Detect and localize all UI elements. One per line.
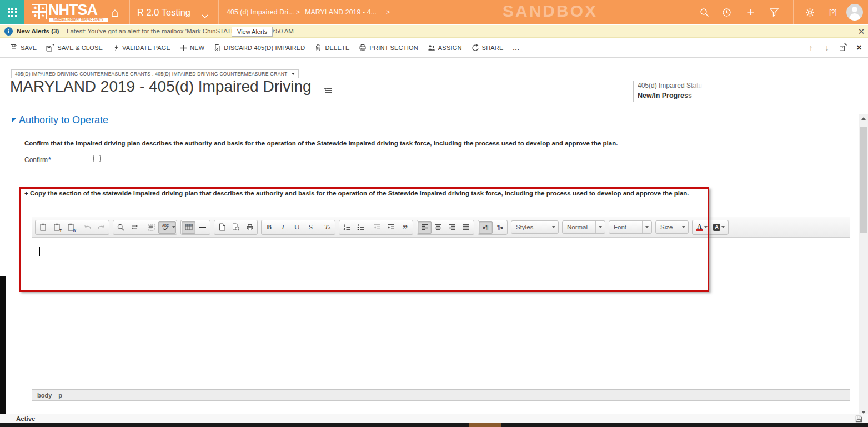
- search-button[interactable]: [695, 0, 713, 24]
- check-icon: [163, 227, 168, 230]
- styles-dropdown[interactable]: Styles: [511, 220, 559, 234]
- filter-button[interactable]: [765, 0, 783, 24]
- horizontal-line-icon: [199, 224, 207, 230]
- entity-path-selector[interactable]: 405(D) IMPAIRED DRIVING COUNTERMEASURE G…: [11, 69, 299, 78]
- print-button[interactable]: [243, 221, 257, 234]
- help-button[interactable]: [?]: [824, 0, 842, 24]
- insert-table-button[interactable]: [182, 221, 195, 234]
- undo-button[interactable]: [81, 221, 94, 234]
- app-launcher-button[interactable]: [0, 0, 24, 24]
- save-close-icon: [46, 44, 54, 52]
- select-all-button[interactable]: [144, 221, 158, 234]
- plus-icon: +: [747, 5, 755, 19]
- print-section-button[interactable]: PRINT SECTION: [359, 44, 418, 52]
- confirm-checkbox[interactable]: [93, 155, 101, 162]
- home-icon[interactable]: ⌂: [111, 4, 119, 21]
- settings-button[interactable]: [801, 0, 819, 24]
- save-button[interactable]: SAVE: [10, 44, 37, 52]
- page-title: MARYLAND 2019 - 405(d) Impaired Driving: [10, 78, 312, 96]
- more-commands-button[interactable]: ...: [513, 44, 520, 51]
- view-alerts-button[interactable]: View Alerts: [232, 27, 273, 37]
- horizontal-rule-button[interactable]: [195, 221, 209, 234]
- preview-button[interactable]: [229, 221, 243, 234]
- popout-button[interactable]: [839, 43, 847, 53]
- new-button[interactable]: NEW: [180, 44, 204, 52]
- text-direction-ltr-button[interactable]: ▸¶: [479, 221, 493, 234]
- alert-close-button[interactable]: ✕: [855, 25, 867, 38]
- chevron-down-icon: [704, 226, 708, 228]
- chevron-down-icon: [549, 221, 558, 233]
- path-body-element[interactable]: body: [37, 392, 52, 399]
- header-field-divider: [633, 81, 634, 102]
- redo-button[interactable]: [94, 221, 108, 234]
- help-icon: [?]: [829, 8, 836, 16]
- printer-icon: [246, 224, 254, 231]
- paste-button[interactable]: [36, 221, 50, 234]
- align-center-button[interactable]: [432, 221, 445, 234]
- paste-from-word-button[interactable]: W: [64, 221, 78, 234]
- breadcrumb-entity[interactable]: 405 (d) Impaired Dri...: [227, 0, 294, 24]
- share-button[interactable]: SHARE: [471, 44, 504, 52]
- assign-button[interactable]: ASSIGN: [428, 44, 462, 52]
- breadcrumb-record[interactable]: MARYLAND 2019 - 4...: [305, 0, 377, 24]
- alert-notification-bar: i New Alerts (3) Latest: You've got an a…: [0, 25, 868, 38]
- taskbar-edge: [0, 423, 868, 427]
- gear-icon: [805, 8, 815, 17]
- quick-create-button[interactable]: +: [742, 0, 760, 24]
- recently-viewed-button[interactable]: [718, 0, 735, 24]
- font-size-dropdown[interactable]: Size: [655, 220, 689, 234]
- text-direction-rtl-button[interactable]: ¶◂: [493, 221, 506, 234]
- remove-format-button[interactable]: Tx: [320, 221, 334, 234]
- replace-button[interactable]: [128, 221, 142, 234]
- chevron-down-icon: [292, 73, 295, 75]
- italic-button[interactable]: I: [276, 221, 290, 234]
- section-header[interactable]: Authority to Operate: [19, 114, 108, 126]
- bold-button[interactable]: B: [262, 221, 276, 234]
- decrease-indent-button[interactable]: [370, 221, 384, 234]
- command-bar: SAVE SAVE & CLOSE VALIDATE PAGE NEW DISC…: [0, 38, 868, 58]
- scroll-up-button[interactable]: [859, 114, 868, 123]
- paste-as-text-button[interactable]: T: [50, 221, 64, 234]
- pedestrian-icon: ▲: [39, 4, 47, 12]
- increase-indent-button[interactable]: [384, 221, 398, 234]
- quote-icon: ”: [403, 227, 408, 232]
- scrollbar-thumb[interactable]: [860, 127, 867, 233]
- align-left-button[interactable]: [418, 221, 432, 234]
- delete-button[interactable]: DELETE: [314, 44, 349, 52]
- vertical-scrollbar[interactable]: [859, 114, 868, 416]
- bulleted-list-button[interactable]: [354, 221, 368, 234]
- find-button[interactable]: [114, 221, 128, 234]
- save-and-close-button[interactable]: SAVE & CLOSE: [46, 44, 103, 52]
- user-avatar[interactable]: [846, 4, 863, 21]
- align-right-button[interactable]: [445, 221, 459, 234]
- editor-toolbar: T W: [32, 217, 850, 238]
- blank-page-icon: [219, 223, 225, 231]
- strikethrough-button[interactable]: S: [304, 221, 318, 234]
- spellcheck-button[interactable]: ABC: [158, 221, 176, 234]
- close-form-button[interactable]: ×: [855, 42, 864, 53]
- underline-button[interactable]: U: [290, 221, 304, 234]
- blockquote-button[interactable]: ”: [398, 221, 412, 234]
- validate-page-button[interactable]: VALIDATE PAGE: [112, 44, 170, 52]
- numbered-list-button[interactable]: [340, 221, 354, 234]
- font-dropdown[interactable]: Font: [609, 220, 652, 234]
- paragraph-format-dropdown[interactable]: Normal: [562, 220, 605, 234]
- previous-record-button[interactable]: ↑: [806, 43, 815, 52]
- background-color-button[interactable]: A: [710, 221, 727, 234]
- editor-content-area[interactable]: [32, 238, 850, 390]
- outdent-icon: [374, 224, 381, 231]
- chevron-down-icon[interactable]: [202, 11, 208, 21]
- discard-button[interactable]: DISCARD 405(D) IMPAIRED: [214, 44, 305, 52]
- status-field-value[interactable]: New/In Progress: [638, 92, 700, 99]
- path-p-element[interactable]: p: [58, 392, 62, 399]
- ltr-icon: ▸¶: [483, 224, 488, 230]
- next-record-button[interactable]: ↓: [822, 43, 831, 52]
- environment-selector[interactable]: R 2.0 Testing: [137, 0, 190, 24]
- chevron-down-icon: [642, 221, 651, 233]
- new-page-button[interactable]: [215, 221, 229, 234]
- form-selector-icon[interactable]: [324, 87, 332, 94]
- arrow-up-icon: ↑: [809, 43, 813, 52]
- section-collapse-icon[interactable]: [12, 118, 17, 122]
- text-color-button[interactable]: A: [693, 221, 710, 234]
- align-justify-button[interactable]: [459, 221, 473, 234]
